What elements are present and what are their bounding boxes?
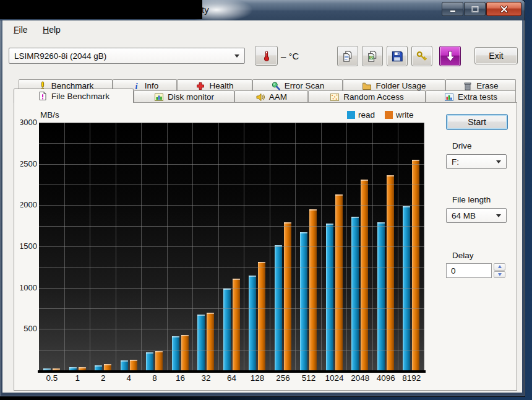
menu-file[interactable]: File (7, 23, 34, 37)
spin-down-button[interactable] (494, 271, 505, 279)
legend-swatch-read (347, 111, 355, 119)
menu-help[interactable]: Help (36, 23, 67, 37)
gridline-vertical (218, 123, 219, 370)
gridline-vertical (346, 123, 347, 370)
y-tick-2500: 2500 (20, 159, 37, 169)
desktop: { "window": { "title_visible": "ty", "co… (0, 0, 532, 400)
x-tick-128: 128 (244, 373, 270, 383)
maximize-button[interactable] (464, 2, 486, 16)
tab-erase[interactable]: Erase (445, 79, 516, 92)
file-benchmark-page: MB/s readwrite 50010001500200025003000 0… (14, 102, 517, 391)
title-blackout-overlay (0, 0, 202, 19)
tab-error-scan[interactable]: Error Scan (252, 79, 343, 92)
gridline-vertical (270, 123, 270, 370)
minimize-icon (448, 4, 458, 14)
tab-label: Info (145, 81, 159, 90)
gridline-horizontal (39, 164, 424, 165)
y-tick-500: 500 (20, 324, 37, 334)
gridline-horizontal (39, 123, 424, 123)
tab-label: Extra tests (458, 92, 497, 102)
tab-folder-usage[interactable]: Folder Usage (343, 79, 445, 92)
gridline-horizontal (39, 205, 424, 206)
x-tick-64: 64 (219, 373, 245, 383)
keys-button[interactable] (411, 46, 432, 66)
x-tick-2048: 2048 (347, 373, 373, 383)
copy-image-button[interactable] (362, 46, 383, 66)
tab-extra-tests[interactable]: Extra tests (426, 90, 516, 103)
folder-usage-icon (362, 81, 372, 91)
erase-icon (463, 81, 473, 91)
write-bar-1024 (335, 194, 343, 370)
gridline-vertical (141, 123, 142, 370)
tab-random-access[interactable]: Random Access (308, 90, 426, 103)
drive-select-value: F: (452, 157, 459, 167)
tab-label: File Benchmark (51, 92, 109, 101)
gridline-vertical (64, 123, 65, 370)
spin-up-button[interactable] (494, 263, 505, 271)
read-bar-4096 (377, 222, 385, 370)
read-bar-2 (95, 365, 102, 370)
read-bar-4 (121, 360, 128, 370)
x-tick-256: 256 (270, 373, 296, 383)
titlebar[interactable]: ty (0, 0, 525, 20)
app-window: ty File Help LSIMR9260-8i (2044 gB) – °C… (0, 0, 525, 396)
file-benchmark-icon (38, 91, 48, 101)
gridline-vertical (372, 123, 373, 370)
x-tick-1: 1 (65, 373, 91, 383)
gridline-vertical (424, 123, 424, 370)
tab-health[interactable]: Health (177, 79, 252, 92)
window-title: ty (202, 4, 209, 15)
tab-label: Error Scan (285, 81, 325, 90)
write-bar-1 (79, 367, 86, 370)
close-button[interactable] (486, 2, 521, 16)
legend-swatch-write (385, 111, 393, 119)
temperature-readout: – °C (281, 51, 299, 61)
exit-button-label: Exit (489, 51, 503, 61)
write-bar-128 (258, 262, 265, 370)
write-bar-64 (233, 279, 240, 370)
x-tick-32: 32 (193, 373, 219, 383)
save-button[interactable] (387, 46, 408, 66)
read-bar-0.5 (43, 368, 51, 370)
x-tick-0.5: 0.5 (39, 373, 65, 383)
thermometer-icon (261, 50, 272, 61)
read-bar-1024 (326, 224, 333, 370)
y-tick-3000: 3000 (20, 118, 37, 128)
x-tick-1024: 1024 (322, 373, 348, 383)
keys-icon (416, 50, 428, 63)
extra-tests-icon (444, 92, 454, 102)
start-button[interactable]: Start (446, 114, 508, 130)
x-tick-8192: 8192 (398, 373, 424, 383)
x-tick-2: 2 (90, 373, 116, 383)
arrow-down-icon (498, 273, 502, 278)
drive-select[interactable]: F: (446, 154, 507, 169)
write-bar-32 (207, 313, 214, 370)
temperature-button[interactable] (255, 46, 278, 66)
read-bar-128 (249, 276, 256, 370)
toolbar-button-group (337, 46, 432, 66)
x-tick-16: 16 (168, 373, 194, 383)
write-bar-2 (104, 364, 111, 370)
gridline-vertical (321, 123, 322, 370)
tab-file-benchmark[interactable]: File Benchmark (14, 89, 134, 103)
tab-disk-monitor[interactable]: Disk monitor (134, 90, 234, 103)
drive-label: Drive (452, 141, 472, 150)
copy-text-button[interactable] (337, 46, 358, 66)
legend-item-read: read (347, 110, 375, 120)
tab-aam[interactable]: AAM (234, 90, 308, 103)
tab-label: Health (209, 81, 233, 90)
gridline-vertical (116, 123, 116, 370)
write-bar-4 (130, 360, 137, 370)
chevron-down-icon (496, 214, 501, 220)
file-length-select[interactable]: 64 MB (446, 208, 507, 223)
delay-input[interactable] (446, 263, 492, 278)
y-tick-1000: 1000 (20, 283, 37, 293)
minimize-button[interactable] (442, 2, 463, 16)
device-select[interactable]: LSIMR9260-8i (2044 gB) (9, 48, 245, 64)
gridline-horizontal (39, 288, 424, 289)
download-button[interactable] (439, 46, 461, 66)
health-icon (195, 81, 205, 91)
tab-label: Folder Usage (375, 81, 426, 90)
exit-button[interactable]: Exit (474, 47, 518, 64)
delay-label: Delay (452, 251, 474, 260)
